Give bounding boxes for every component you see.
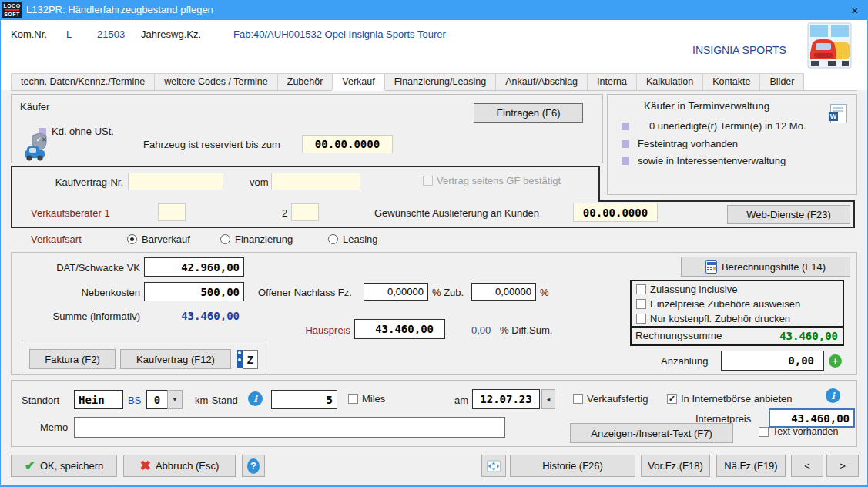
- radio-finanzierung[interactable]: Finanzierung: [220, 233, 293, 245]
- radio-barverkauf[interactable]: Barverkauf: [127, 233, 190, 245]
- tab-kalkulation[interactable]: Kalkulation: [636, 73, 703, 90]
- move-window-button[interactable]: [481, 455, 506, 477]
- radio-leasing[interactable]: Leasing: [328, 233, 378, 245]
- verkaufsart-label: Verkaufsart: [31, 233, 82, 245]
- gf-bestaetigt-checkbox: Vertrag seitens GF bestätigt: [423, 175, 561, 186]
- tab-ankauf-abschlag[interactable]: Ankauf/Abschlag: [495, 73, 588, 90]
- help-button[interactable]: ?: [242, 455, 265, 477]
- memo-label: Memo: [40, 422, 68, 433]
- km-info-icon[interactable]: i: [248, 391, 263, 406]
- window-border-left: [0, 20, 1, 487]
- hauspreis-label: Hauspreis: [289, 324, 350, 336]
- verkaufsberater-label: Verkaufsberater 1: [31, 207, 110, 219]
- vom-field[interactable]: [271, 173, 360, 190]
- miles-label: Miles: [362, 393, 385, 405]
- memo-field[interactable]: [74, 417, 505, 438]
- summe-label: Summe (informativ): [15, 311, 140, 322]
- checkbox-box: [636, 299, 646, 309]
- radio-dot: [127, 234, 137, 244]
- auslieferung-datum-field[interactable]: [573, 203, 658, 222]
- nae-fz-button[interactable]: Nä.Fz.(F19): [716, 455, 786, 477]
- termin-item-1: 0 unerledigte(r) Termin(e) in 12 Mo.: [649, 120, 806, 132]
- kom-nr-value: 21503: [97, 29, 125, 40]
- nachlass-zub-field[interactable]: [471, 283, 536, 301]
- rechnungssumme-label: Rechnungssumme: [635, 330, 722, 341]
- einzelpreise-label: Einzelpreise Zubehöre ausweisen: [650, 298, 800, 310]
- anzahlung-plus-icon[interactable]: +: [829, 354, 842, 368]
- km-stand-field[interactable]: [271, 390, 337, 409]
- internet-info-icon[interactable]: i: [826, 388, 840, 403]
- faktura-button[interactable]: Faktura (F2): [29, 349, 116, 369]
- nebenkosten-label: Nebenkosten: [15, 287, 140, 298]
- prev-button[interactable]: <: [791, 455, 823, 477]
- vom-label: vom: [250, 176, 269, 188]
- nebenkosten-field[interactable]: [144, 282, 244, 301]
- einzelpreise-checkbox[interactable]: Einzelpreise Zubehöre ausweisen: [636, 298, 800, 310]
- miles-checkbox[interactable]: Miles: [348, 393, 385, 405]
- ok-speichern-button[interactable]: ✔ OK, speichern: [11, 455, 117, 477]
- abbruch-button[interactable]: ✖ Abbruch (Esc): [123, 455, 236, 477]
- kaeufer-title: Käufer: [20, 101, 49, 113]
- standort-field[interactable]: [74, 390, 123, 409]
- verkaufsberater2-label: 2: [282, 207, 287, 219]
- dat-schwacke-field[interactable]: [144, 257, 244, 277]
- logo-text-top: LOCO: [3, 3, 20, 8]
- tab-kontakte[interactable]: Kontakte: [702, 73, 760, 90]
- tab-weitere-codes[interactable]: weitere Codes / Termine: [154, 73, 278, 90]
- text-vorhanden-label: Text vorhanden: [772, 426, 838, 437]
- word-doc-icon[interactable]: W: [830, 104, 847, 123]
- bs-label: BS: [128, 395, 141, 406]
- checkbox-box: [636, 314, 646, 324]
- tab-interna[interactable]: Interna: [587, 73, 637, 90]
- hauspreis-field[interactable]: [354, 319, 445, 339]
- next-button[interactable]: >: [826, 455, 859, 477]
- vor-fz-button[interactable]: Vor.Fz.(F18): [641, 455, 710, 477]
- kaufvertrag-button[interactable]: Kaufvertrag (F12): [120, 349, 231, 369]
- text-vorhanden-checkbox[interactable]: Text vorhanden: [759, 426, 838, 437]
- cancel-x-icon: ✖: [140, 458, 151, 474]
- svg-text:✕: ✕: [42, 136, 47, 143]
- car-showroom-image: [807, 22, 852, 69]
- verkaufsberater1-field[interactable]: [158, 203, 186, 221]
- web-dienste-button[interactable]: Web-Dienste (F23): [727, 205, 850, 224]
- tab-finanzierung-leasing[interactable]: Finanzierung/Leasing: [384, 73, 497, 90]
- kostenpfl-checkbox[interactable]: Nur kostenpfl. Zubehör drucken: [636, 313, 790, 324]
- summe-value: 43.460,00: [144, 310, 240, 322]
- logo-text-bottom: SOFT: [4, 12, 20, 17]
- radio-finanzierung-label: Finanzierung: [235, 233, 293, 245]
- zulassung-checkbox[interactable]: Zulassung inclusive: [636, 284, 737, 295]
- internetpreis-field[interactable]: [769, 408, 855, 428]
- internetboerse-checkbox[interactable]: In Internetbörse anbieten: [667, 393, 793, 405]
- title-bar[interactable]: LOCO SOFT L132PR: Händlerfahrzeugbestand…: [0, 0, 868, 20]
- historie-button[interactable]: Historie (F26): [510, 455, 635, 477]
- am-datum-field[interactable]: [472, 389, 540, 409]
- inserat-text-button[interactable]: Anzeigen-/Inserat-Text (F7): [570, 423, 733, 443]
- pan-arrows-icon: [487, 459, 501, 473]
- verkaufsfertig-checkbox[interactable]: Verkaufsfertig: [573, 393, 648, 405]
- reserviert-datum-field[interactable]: [302, 135, 393, 153]
- berechnungshilfe-button[interactable]: Berechnungshilfe (F14): [681, 257, 850, 277]
- kom-nr-label: Kom.Nr.: [11, 29, 47, 40]
- tab-zubehoer[interactable]: Zubehör: [277, 73, 333, 90]
- window-title: L132PR: Händlerfahrzeugbestand pflegen: [26, 4, 213, 15]
- eintragen-button[interactable]: Eintragen (F6): [474, 103, 583, 123]
- checkbox-box: [573, 394, 583, 404]
- zb-doc-icon[interactable]: Z: [237, 348, 257, 369]
- verkaufsberater2-field[interactable]: [291, 203, 319, 221]
- kaufvertrag-nr-field[interactable]: [128, 173, 223, 190]
- tab-bilder[interactable]: Bilder: [759, 73, 804, 90]
- internetboerse-label: In Internetbörse anbieten: [681, 393, 793, 405]
- radio-dot: [328, 234, 338, 244]
- zulassung-label: Zulassung inclusive: [650, 284, 737, 295]
- tab-verkauf[interactable]: Verkauf: [332, 73, 384, 90]
- tab-techn-daten[interactable]: techn. Daten/Kennz./Termine: [11, 73, 155, 90]
- date-back-arrow-icon[interactable]: ◂: [541, 389, 555, 409]
- checkbox-box: [348, 394, 358, 404]
- model-name: INSIGNIA SPORTS: [692, 44, 786, 56]
- close-icon[interactable]: ×: [844, 1, 866, 19]
- km-stand-label: km-Stand: [195, 395, 238, 406]
- pct-label: %: [540, 287, 549, 298]
- filiale-dropdown-arrow-icon[interactable]: ▼: [167, 390, 183, 409]
- nachlass-fz-field[interactable]: [364, 283, 428, 301]
- anzahlung-field[interactable]: [721, 351, 824, 371]
